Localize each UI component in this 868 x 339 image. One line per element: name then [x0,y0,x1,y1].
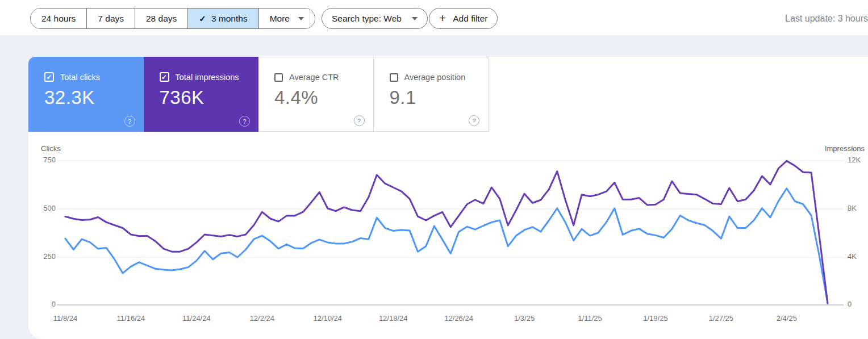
toolbar-divider [310,8,310,28]
right-axis-tick: 4K [848,252,868,261]
card-label: Average CTR [289,73,339,82]
chip-label: 7 days [98,14,124,24]
chip-28-days[interactable]: 28 days [135,9,187,28]
help-icon[interactable]: ? [239,116,250,127]
clicks-line [65,189,828,304]
metric-cards-row: ✓ Total clicks 32.3K ? ✓ Total impressio… [28,57,868,132]
card-value: 4.4% [274,87,373,108]
card-label: Average position [404,73,466,82]
left-axis-tick: 500 [28,204,56,212]
toolbar: 24 hours 7 days 28 days ✓ 3 months More … [0,0,868,35]
search-console-performance-page: 24 hours 7 days 28 days ✓ 3 months More … [0,0,868,339]
chip-label: 28 days [146,14,177,24]
metric-card-total-clicks[interactable]: ✓ Total clicks 32.3K ? [28,57,144,132]
more-button[interactable]: More [258,9,315,28]
right-axis-tick: 0 [848,300,868,308]
card-header: ✓ Total impressions [160,72,259,82]
x-axis-tick: 1/27/25 [692,314,749,323]
card-header: Average CTR [274,73,373,82]
checkbox-checked-icon[interactable]: ✓ [160,72,169,82]
chip-7-days[interactable]: 7 days [86,9,135,28]
x-axis-tick: 12/10/24 [299,314,356,323]
x-axis-tick: 12/26/24 [431,314,487,323]
left-axis-tick: 0 [28,300,56,308]
right-axis-tick: 8K [848,204,868,212]
search-type-dropdown[interactable]: Search type: Web [322,8,428,29]
metric-card-total-impressions[interactable]: ✓ Total impressions 736K ? [144,57,259,132]
x-axis-tick: 11/24/24 [168,314,225,323]
metric-card-average-ctr[interactable]: Average CTR 4.4% ? [258,57,374,132]
performance-chart: Clicks Impressions 750500250012K8K4K011/… [28,132,868,336]
chevron-down-icon [412,17,418,20]
x-axis-tick: 11/8/24 [37,314,94,323]
chart-plot-area[interactable] [28,132,868,336]
chip-label: 3 months [211,14,248,24]
help-icon[interactable]: ? [124,116,135,127]
date-range-selector: 24 hours 7 days 28 days ✓ 3 months More [30,8,315,29]
last-update-text: Last update: 3 hours [785,14,868,24]
chip-3-months[interactable]: ✓ 3 months [187,9,258,28]
x-axis-tick: 1/11/25 [562,314,619,323]
metric-card-average-position[interactable]: Average position 9.1 ? [374,57,489,132]
help-icon[interactable]: ? [469,115,479,126]
card-value: 32.3K [44,87,144,108]
add-filter-label: Add filter [453,14,487,24]
card-value: 9.1 [390,87,489,108]
x-axis-tick: 1/19/25 [627,314,684,323]
x-axis-tick: 2/4/25 [758,314,815,323]
checkbox-checked-icon[interactable]: ✓ [44,72,54,82]
chip-24-hours[interactable]: 24 hours [31,9,86,28]
chevron-down-icon [298,17,304,20]
x-axis-tick: 1/3/25 [496,314,553,323]
x-axis-tick: 12/18/24 [365,314,422,323]
add-filter-button[interactable]: + Add filter [429,8,498,29]
card-value: 736K [160,87,259,108]
card-label: Total clicks [60,73,100,82]
right-axis-tick: 12K [848,156,868,164]
left-axis-tick: 750 [28,156,56,164]
performance-panel: ✓ Total clicks 32.3K ? ✓ Total impressio… [28,57,868,339]
card-header: ✓ Total clicks [44,72,144,82]
x-axis-tick: 11/16/24 [102,314,159,323]
chip-label: 24 hours [41,14,76,24]
checkbox-empty-icon[interactable] [390,73,398,82]
search-type-label: Search type: Web [332,14,402,24]
card-header: Average position [390,73,489,82]
plus-icon: + [439,12,446,24]
x-axis-tick: 12/2/24 [233,314,290,323]
checkbox-empty-icon[interactable] [274,73,283,82]
more-label: More [270,14,290,24]
card-label: Total impressions [176,73,239,82]
left-axis-tick: 250 [28,252,56,261]
help-icon[interactable]: ? [354,115,365,126]
check-icon: ✓ [199,14,206,24]
